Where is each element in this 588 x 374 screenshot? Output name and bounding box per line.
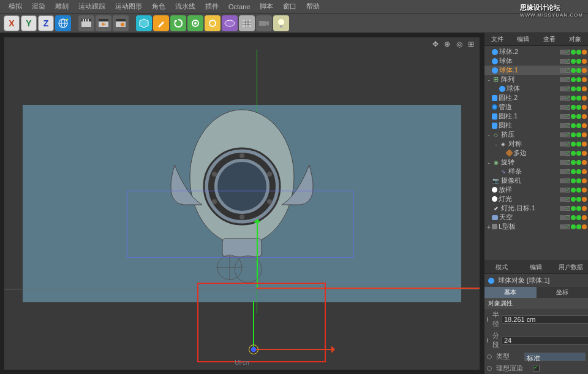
render-view-button[interactable]	[78, 15, 94, 31]
expand-toggle[interactable]: -	[493, 140, 499, 148]
segments-input[interactable]	[502, 336, 588, 345]
tree-row[interactable]: 圆柱.1	[484, 112, 588, 121]
tree-row[interactable]: ⬋灯光.目标.1	[484, 204, 588, 213]
render-settings-button[interactable]	[113, 15, 129, 31]
tree-row[interactable]: -⊞阵列	[484, 75, 588, 84]
tree-row[interactable]: -◈对称	[484, 139, 588, 148]
spline-button[interactable]	[153, 15, 169, 31]
visibility-toggles[interactable]	[560, 105, 587, 110]
tree-label: 圆柱.2	[499, 93, 560, 102]
visibility-toggles[interactable]	[560, 68, 587, 73]
visibility-toggles[interactable]	[560, 197, 587, 202]
axis-y-button[interactable]: Y	[21, 15, 37, 31]
tree-row[interactable]: 放样	[484, 185, 588, 194]
menu-character[interactable]: 角色	[147, 1, 170, 12]
tree-row[interactable]: ∿样条	[484, 167, 588, 176]
tree-row[interactable]: 圆柱	[484, 121, 588, 130]
expand-toggle[interactable]: +	[486, 223, 492, 231]
menu-sculpt[interactable]: 雕刻	[50, 1, 74, 12]
visibility-toggles[interactable]	[560, 169, 587, 174]
visibility-toggles[interactable]	[560, 77, 587, 82]
axis-x-button[interactable]: X	[4, 15, 20, 31]
visibility-toggles[interactable]	[560, 206, 587, 211]
tab-file[interactable]: 文件	[484, 33, 510, 45]
menu-script[interactable]: 脚本	[255, 1, 278, 12]
menu-tracker[interactable]: 运动跟踪	[74, 1, 110, 12]
menu-plugins[interactable]: 插件	[200, 1, 224, 12]
anim-dot-icon[interactable]	[487, 317, 488, 322]
tab-aedit[interactable]: 编辑	[519, 261, 553, 273]
tree-row[interactable]: +L型板	[484, 222, 588, 231]
tab-userdata[interactable]: 用户数据	[554, 261, 588, 273]
ext-icon: ◇	[492, 131, 500, 139]
tree-row[interactable]: 天空	[484, 213, 588, 222]
visibility-toggles[interactable]	[560, 160, 587, 165]
visibility-toggles[interactable]	[560, 59, 587, 64]
world-coord-button[interactable]	[55, 15, 71, 31]
subtab-basic[interactable]: 基本	[484, 287, 537, 298]
expand-toggle[interactable]: -	[486, 159, 492, 166]
primitive-button[interactable]	[136, 15, 152, 31]
anim-dot-icon[interactable]	[487, 354, 492, 359]
tab-mode[interactable]: 模式	[484, 261, 519, 273]
tree-row[interactable]: -◉旋转	[484, 158, 588, 167]
tree-row[interactable]: 球体.1	[484, 66, 588, 75]
render-pv-button[interactable]	[96, 15, 111, 31]
generator-button[interactable]	[170, 15, 186, 31]
visibility-toggles[interactable]	[560, 142, 587, 147]
gizmo2-axis-y[interactable]	[253, 301, 254, 349]
subtab-coord[interactable]: 坐标	[537, 287, 589, 298]
gizmo2-origin[interactable]	[249, 345, 258, 354]
type-dropdown[interactable]: 标准	[524, 353, 586, 361]
gizmo2-axis-x[interactable]	[253, 349, 333, 350]
visibility-toggles[interactable]	[560, 86, 587, 91]
visibility-toggles[interactable]	[560, 132, 587, 137]
object-tree[interactable]: 球体.2球体球体.1-⊞阵列球体圆柱.2管道圆柱.1圆柱-◇挤压-◈对称多边-◉…	[484, 46, 588, 261]
viewport-nav-icons[interactable]: ✥ ⊕ ◎ ⊞	[432, 40, 476, 48]
expand-toggle[interactable]: -	[486, 76, 492, 83]
visibility-toggles[interactable]	[560, 224, 587, 229]
tab-view[interactable]: 查看	[537, 33, 562, 45]
cyl-icon	[492, 123, 497, 129]
anim-dot-icon[interactable]	[487, 338, 488, 343]
tree-row[interactable]: 球体.2	[484, 47, 588, 56]
viewport[interactable]: ✥ ⊕ ◎ ⊞	[4, 37, 480, 370]
menu-simulate[interactable]: 模拟	[4, 1, 27, 12]
visibility-toggles[interactable]	[560, 96, 587, 101]
tree-row[interactable]: 球体	[484, 84, 588, 93]
tree-row[interactable]: 圆柱.2	[484, 93, 588, 102]
anim-dot-icon[interactable]	[487, 366, 492, 371]
menu-help[interactable]: 帮助	[301, 1, 325, 12]
menu-mograph[interactable]: 运动图形	[110, 1, 147, 12]
menu-pipeline[interactable]: 流水线	[170, 1, 200, 12]
visibility-toggles[interactable]	[560, 178, 587, 183]
tree-row[interactable]: 管道	[484, 102, 588, 112]
tab-edit[interactable]: 编辑	[510, 33, 536, 45]
radius-input[interactable]	[502, 315, 588, 324]
tree-row[interactable]: -◇挤压	[484, 130, 588, 139]
gizmo-axis-y[interactable]	[257, 221, 258, 289]
camera-tool-button[interactable]	[239, 15, 255, 31]
environment-button[interactable]	[222, 15, 238, 31]
menu-octane[interactable]: Octane	[224, 2, 255, 12]
visibility-toggles[interactable]	[560, 114, 587, 119]
light-button[interactable]	[273, 15, 289, 31]
axis-z-button[interactable]: Z	[38, 15, 54, 31]
tree-row[interactable]: 灯光	[484, 194, 588, 204]
expand-toggle[interactable]: -	[486, 131, 492, 139]
visibility-toggles[interactable]	[560, 188, 587, 193]
camera-button[interactable]	[256, 15, 272, 31]
tree-row[interactable]: 球体	[484, 56, 588, 66]
visibility-toggles[interactable]	[560, 50, 587, 55]
tree-row[interactable]: 📷摄像机	[484, 176, 588, 185]
scene-button[interactable]	[205, 15, 221, 31]
tree-row[interactable]: 多边	[484, 148, 588, 158]
menu-window[interactable]: 窗口	[278, 1, 301, 12]
visibility-toggles[interactable]	[560, 123, 587, 128]
visibility-toggles[interactable]	[560, 151, 587, 156]
tab-object[interactable]: 对象	[562, 33, 588, 45]
deformer-button[interactable]	[187, 15, 203, 31]
ideal-render-checkbox[interactable]	[533, 365, 540, 372]
visibility-toggles[interactable]	[560, 215, 587, 220]
menu-render[interactable]: 渲染	[27, 1, 50, 12]
